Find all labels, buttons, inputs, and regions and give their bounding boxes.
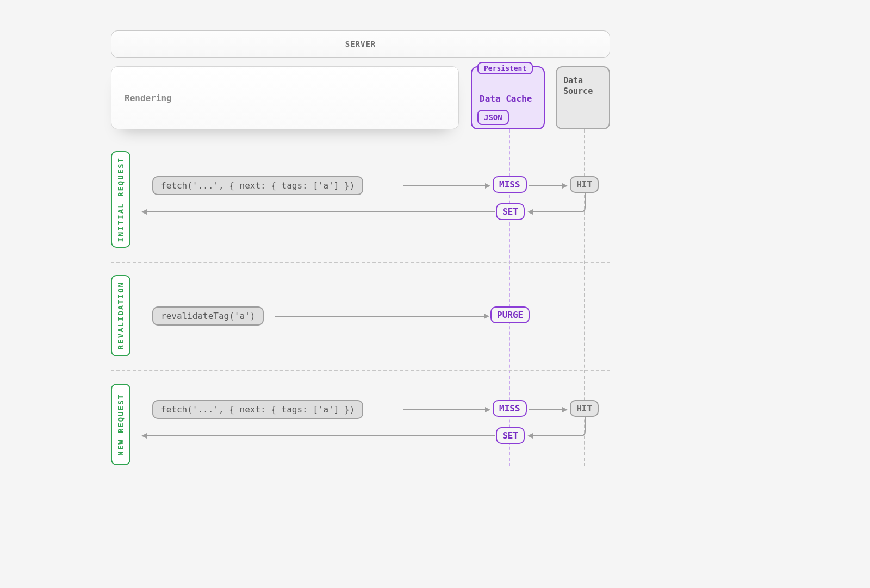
arrow-revalidate-to-purge bbox=[275, 313, 489, 320]
arrow-fetch-to-miss-1 bbox=[403, 183, 490, 189]
diagram-root: SERVER Rendering Data Cache Persistent J… bbox=[0, 0, 870, 588]
badge-hit-1: HIT bbox=[570, 176, 599, 193]
svg-marker-13 bbox=[527, 433, 533, 439]
code-revalidate: revalidateTag('a') bbox=[152, 306, 264, 326]
badge-set-1: SET bbox=[496, 203, 525, 220]
divider-1 bbox=[111, 262, 610, 263]
phase-label: INITIAL REQUEST bbox=[116, 157, 125, 242]
phase-label: NEW REQUEST bbox=[116, 393, 125, 456]
svg-marker-10 bbox=[485, 407, 490, 412]
json-tag: JSON bbox=[477, 110, 509, 125]
svg-marker-15 bbox=[141, 433, 147, 439]
code-fetch-1: fetch('...', { next: { tags: ['a'] }) bbox=[152, 176, 363, 195]
badge-hit-2: HIT bbox=[570, 400, 599, 417]
badge-miss-1: MISS bbox=[493, 176, 527, 193]
phase-new-request: NEW REQUEST bbox=[111, 384, 130, 465]
badge-miss-2: MISS bbox=[493, 400, 527, 417]
badge-purge: PURGE bbox=[490, 306, 530, 323]
data-source-box: Data Source bbox=[556, 66, 610, 129]
arrow-set-return-1 bbox=[141, 209, 495, 215]
svg-marker-3 bbox=[562, 183, 568, 189]
divider-2 bbox=[111, 370, 610, 371]
arrow-miss-to-hit-2 bbox=[529, 406, 568, 413]
svg-marker-8 bbox=[484, 314, 489, 319]
phase-revalidation: REVALIDATION bbox=[111, 275, 130, 356]
arrow-miss-to-hit-1 bbox=[529, 183, 568, 189]
phase-initial-request: INITIAL REQUEST bbox=[111, 151, 130, 248]
arrow-hit-to-set-2 bbox=[527, 416, 587, 440]
arrow-hit-to-set-1 bbox=[527, 192, 587, 216]
data-source-label: Data Source bbox=[563, 76, 593, 96]
svg-marker-1 bbox=[485, 183, 490, 189]
code-fetch-2: fetch('...', { next: { tags: ['a'] }) bbox=[152, 400, 363, 419]
svg-marker-6 bbox=[141, 209, 147, 215]
server-header: SERVER bbox=[111, 30, 610, 58]
rendering-box: Rendering bbox=[111, 66, 459, 129]
arrow-fetch-to-miss-2 bbox=[403, 406, 490, 413]
phase-label: REVALIDATION bbox=[116, 282, 125, 349]
arrow-set-return-2 bbox=[141, 433, 495, 439]
badge-set-2: SET bbox=[496, 427, 525, 444]
svg-marker-4 bbox=[527, 209, 533, 215]
persistent-tag: Persistent bbox=[477, 62, 533, 74]
svg-marker-12 bbox=[562, 407, 568, 412]
